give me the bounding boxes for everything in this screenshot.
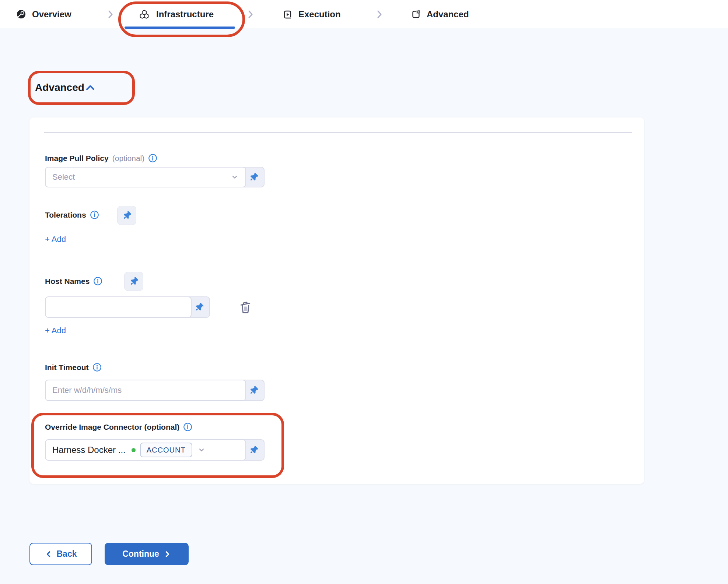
host-names-add-link[interactable]: + Add <box>45 326 66 335</box>
tab-execution[interactable]: Execution <box>283 0 341 28</box>
tab-execution-label: Execution <box>298 9 341 20</box>
tab-advanced[interactable]: Advanced <box>411 0 469 28</box>
pin-icon <box>195 303 203 312</box>
info-icon[interactable] <box>93 277 102 286</box>
connector-scope-badge: ACCOUNT <box>140 443 192 457</box>
pin-icon <box>130 277 138 286</box>
image-pull-policy-optional: (optional) <box>112 154 145 163</box>
connector-status-dot <box>132 448 136 452</box>
pin-icon <box>123 211 131 220</box>
advanced-section-title: Advanced <box>35 82 84 94</box>
info-icon[interactable] <box>92 363 102 372</box>
back-button-label: Back <box>57 549 77 559</box>
pin-icon <box>249 446 258 454</box>
connector-name: Harness Docker ... <box>52 445 126 455</box>
collapse-chevron-icon <box>85 84 95 91</box>
image-pull-policy-select[interactable]: Select <box>45 167 246 187</box>
advanced-tab-icon <box>411 9 421 19</box>
tab-advanced-label: Advanced <box>427 9 469 20</box>
tolerations-label: Tolerations <box>45 210 99 219</box>
tab-infrastructure-label: Infrastructure <box>156 9 214 20</box>
override-image-connector-label-text: Override Image Connector (optional) <box>45 423 179 432</box>
image-pull-policy-row: Select <box>45 167 265 187</box>
chevron-separator-icon <box>246 9 255 21</box>
continue-button-label: Continue <box>122 549 159 559</box>
dropdown-chevron-icon <box>231 173 239 181</box>
back-chevron-icon <box>45 550 52 558</box>
override-image-connector-row: Harness Docker ... ACCOUNT <box>45 439 265 461</box>
image-pull-policy-label-text: Image Pull Policy <box>45 154 109 163</box>
info-icon[interactable] <box>183 422 192 432</box>
execution-icon <box>283 9 293 19</box>
image-pull-policy-placeholder: Select <box>52 172 75 182</box>
init-timeout-label-text: Init Timeout <box>45 363 89 372</box>
card-divider <box>44 132 632 133</box>
host-names-label: Host Names <box>45 277 102 286</box>
init-timeout-input[interactable] <box>45 380 246 401</box>
chevron-separator-icon <box>375 9 384 21</box>
tab-overview[interactable]: Overview <box>16 0 71 28</box>
advanced-settings-card: Image Pull Policy (optional) Select Tole… <box>29 117 644 484</box>
pin-icon <box>249 173 258 182</box>
continue-button[interactable]: Continue <box>105 543 189 565</box>
host-names-row <box>45 296 210 318</box>
pin-icon <box>249 386 258 395</box>
trash-icon <box>238 299 253 314</box>
override-image-connector-label: Override Image Connector (optional) <box>45 422 192 432</box>
init-timeout-row <box>45 380 265 401</box>
tolerations-add-link[interactable]: + Add <box>45 235 66 244</box>
tolerations-pin-toggle[interactable] <box>117 206 136 225</box>
active-tab-underline <box>125 27 235 29</box>
host-names-input[interactable] <box>45 296 192 318</box>
info-icon[interactable] <box>148 154 157 163</box>
back-button[interactable]: Back <box>29 543 92 565</box>
info-icon[interactable] <box>90 210 99 219</box>
image-pull-policy-label: Image Pull Policy (optional) <box>45 154 157 163</box>
dropdown-chevron-icon <box>197 446 206 454</box>
init-timeout-label: Init Timeout <box>45 363 102 372</box>
infrastructure-icon <box>138 9 150 20</box>
continue-chevron-icon <box>164 550 171 558</box>
chevron-separator-icon <box>106 9 115 21</box>
host-names-delete-button[interactable] <box>238 299 253 314</box>
host-names-label-text: Host Names <box>45 277 90 286</box>
overview-icon <box>16 9 26 19</box>
pipeline-stage-settings-screen: Overview Infrastructure <box>0 0 728 584</box>
tolerations-label-text: Tolerations <box>45 211 86 219</box>
override-image-connector-select[interactable]: Harness Docker ... ACCOUNT <box>45 439 246 461</box>
host-names-pin-toggle[interactable] <box>124 272 143 291</box>
tab-overview-label: Overview <box>32 9 71 20</box>
advanced-section-toggle[interactable]: Advanced <box>35 82 95 94</box>
stage-tabs-bar: Overview Infrastructure <box>0 0 728 28</box>
tab-infrastructure[interactable]: Infrastructure <box>138 0 214 28</box>
